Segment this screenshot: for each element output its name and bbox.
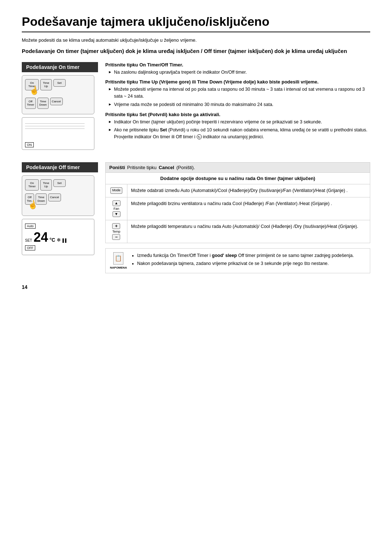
step-3-bullet-2: Ako ne pritisnete tipku Set (Potvrdi) u …	[109, 127, 370, 140]
step-2-bullet-2: Vrijeme rada može se podesiti od minimal…	[109, 101, 370, 108]
off-timer-section: Podešavanje Off timer OnTimer TimeUp Set…	[22, 162, 370, 273]
off-timer-remote: OnTimer TimeUp Set OffTim. ☝ TimeDown	[22, 175, 94, 216]
page-title: Podešavanje tajmera uključeno/isključeno	[22, 15, 370, 32]
on-timer-label: Podešavanje On timer	[22, 62, 98, 72]
note-bullet-1: Između funkcija On Timer/Off Timer i goo…	[137, 252, 366, 259]
options-row-mode: Mode Možete odabrati između Auto (Automa…	[106, 184, 370, 197]
temp-label: Temp	[112, 230, 120, 233]
fan-icon-cell: ▲ Fan ▼	[106, 197, 127, 220]
signal-icon: ▌▌	[62, 238, 68, 242]
ponisti-row: Poništi Pritisnite tipku Cancel (Poništi…	[105, 162, 370, 172]
auto-badge: Auto	[25, 224, 36, 229]
step-2-bullet-1: Možete podesiti vrijeme na interval od p…	[109, 86, 370, 100]
ponisti-label: Poništi	[109, 165, 125, 170]
note-doc-icon: 📋	[113, 252, 123, 265]
set-btn: Set	[53, 79, 66, 87]
step-1-bullets: Na zaslonu daljinskog upravljača treperi…	[105, 69, 370, 76]
time-down-btn: TimeDown	[37, 98, 48, 109]
off-badge: OFF	[25, 245, 35, 250]
on-timer-remote: OnTimer ☝ TimeUp Set OffTimer TimeDown	[22, 75, 94, 114]
time-up-btn2: TimeUp	[40, 179, 52, 191]
step-3-bullets: Indikator On timer (tajmer uključen) poč…	[105, 119, 370, 140]
fan-up-arrow: ▲	[113, 200, 121, 206]
ponisti-bracket: (Poništi).	[176, 165, 195, 170]
options-table: Dodatne opcije dostupne su u načinu rada…	[105, 172, 370, 243]
set-label: SET	[25, 238, 32, 242]
fan-down-arrow: ▼	[113, 211, 121, 217]
step-3-bullet-1: Indikator On timer (tajmer uključen) poč…	[109, 119, 370, 126]
mode-icon-cell: Mode	[106, 184, 127, 197]
step-1-title: Pritisnite tipku On Timer/Off Timer.	[105, 62, 370, 68]
set-btn2: Set	[53, 179, 66, 187]
on-timer-right: Pritisnite tipku On Timer/Off Timer. Na …	[105, 62, 370, 151]
step-2: Pritisnite tipku Time Up (Vrijeme gore) …	[105, 79, 370, 108]
temp-minus-btn: −	[112, 234, 120, 240]
on-timer-section: Podešavanje On timer OnTimer ☝ TimeUp Se…	[22, 62, 370, 151]
options-row-temp: + Temp − Možete prilagoditi temperaturu …	[106, 220, 370, 243]
on-badge: ON	[25, 142, 34, 147]
note-bullet-2: Nakon podešavanja tajmera, zadano vrijem…	[137, 260, 366, 267]
on-timer-left: Podešavanje On timer OnTimer ☝ TimeUp Se…	[22, 62, 98, 151]
step-3: Pritisnite tipku Set (Potvrdi) kako bist…	[105, 112, 370, 140]
step-2-title: Pritisnite tipku Time Up (Vrijeme gore) …	[105, 79, 370, 85]
off-timer-right: Poništi Pritisnite tipku Cancel (Poništi…	[105, 162, 370, 273]
step-2-bullets: Možete podesiti vrijeme na interval od p…	[105, 86, 370, 108]
note-content: Između funkcija On Timer/Off Timer i goo…	[131, 252, 366, 269]
temp-plus-btn: +	[112, 223, 120, 229]
page-number: 14	[22, 284, 370, 290]
on-timer-btn2: OnTimer	[25, 179, 39, 191]
temp-icon-cell: + Temp −	[106, 220, 127, 243]
napomena-label: NAPOMENA	[110, 266, 127, 269]
mode-icon: Mode	[110, 187, 122, 194]
off-timer-display: Auto SET 24 °C ❄ ▌▌ OFF	[22, 219, 94, 255]
options-row-fan: ▲ Fan ▼ Možete prilagoditi brzinu ventil…	[106, 197, 370, 220]
cancel-btn2: Cancel	[48, 193, 61, 201]
time-up-btn: TimeUp	[40, 79, 52, 90]
note-icon-area: 📋 NAPOMENA	[110, 252, 127, 269]
fan-label: Fan	[114, 207, 119, 210]
subtitle: Možete podesiti da se klima uređaj autom…	[22, 37, 370, 43]
step-1: Pritisnite tipku On Timer/Off Timer. Na …	[105, 62, 370, 76]
step-1-bullet-1: Na zaslonu daljinskog upravljača treperi…	[109, 69, 370, 76]
temperature-display: 24	[33, 231, 48, 244]
note-box: 📋 NAPOMENA Između funkcija On Timer/Off …	[105, 248, 370, 273]
temp-text: Možete prilagoditi temperaturu u načinu …	[127, 220, 370, 243]
note-list: Između funkcija On Timer/Off Timer i goo…	[131, 252, 366, 267]
steps-list: Pritisnite tipku On Timer/Off Timer. Na …	[105, 62, 370, 140]
snowflake-icon: ❄	[57, 237, 61, 243]
step-3-title: Pritisnite tipku Set (Potvrdi) kako bist…	[105, 112, 370, 117]
mode-text: Možete odabrati između Auto (Automatski)…	[127, 184, 370, 197]
on-timer-display: ON	[22, 117, 94, 150]
cancel-bold: Cancel	[159, 165, 174, 170]
off-timer-btn: OffTimer	[25, 98, 36, 109]
off-timer-left: Podešavanje Off timer OnTimer TimeUp Set…	[22, 162, 98, 273]
off-timer-label: Podešavanje Off timer	[22, 162, 98, 172]
degree-symbol: °C	[50, 237, 56, 243]
cancel-btn: Cancel	[50, 98, 63, 106]
fan-text: Možete prilagoditi brzinu ventilatora u …	[127, 197, 370, 220]
ponisti-text: Pritisnite tipku	[127, 165, 156, 170]
options-header: Dodatne opcije dostupne su u načinu rada…	[106, 173, 370, 184]
bold-intro: Podešavanje On timer (tajmer uključen) d…	[22, 47, 370, 56]
